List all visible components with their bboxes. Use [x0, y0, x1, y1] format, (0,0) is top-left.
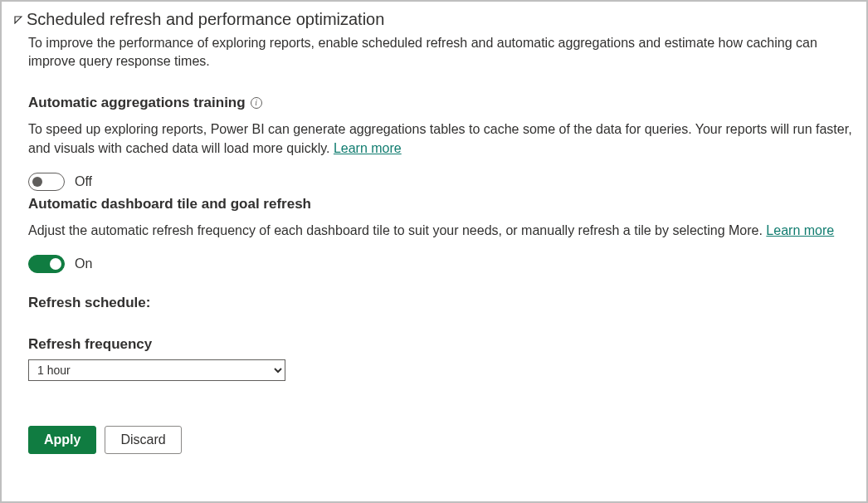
dashboard-refresh-heading: Automatic dashboard tile and goal refres…	[28, 196, 855, 212]
aggregations-toggle[interactable]	[28, 173, 65, 191]
refresh-frequency-select[interactable]: 1 hour	[28, 359, 285, 381]
info-icon[interactable]: i	[251, 97, 262, 109]
dashboard-refresh-learn-more-link[interactable]: Learn more	[766, 223, 834, 237]
section-title: Scheduled refresh and performance optimi…	[27, 10, 384, 29]
dashboard-refresh-description-text: Adjust the automatic refresh frequency o…	[28, 223, 766, 237]
aggregations-learn-more-link[interactable]: Learn more	[334, 141, 402, 155]
apply-button[interactable]: Apply	[28, 426, 96, 454]
discard-button[interactable]: Discard	[105, 426, 181, 454]
aggregations-description: To speed up exploring reports, Power BI …	[28, 120, 855, 158]
dashboard-refresh-description: Adjust the automatic refresh frequency o…	[28, 221, 855, 240]
refresh-frequency-label: Refresh frequency	[28, 336, 855, 353]
toggle-knob	[50, 258, 61, 270]
aggregations-description-text: To speed up exploring reports, Power BI …	[28, 122, 852, 155]
refresh-schedule-label: Refresh schedule:	[28, 295, 855, 311]
expand-collapse-icon[interactable]	[13, 15, 23, 25]
dashboard-refresh-toggle[interactable]	[28, 255, 65, 273]
aggregations-toggle-label: Off	[75, 174, 92, 189]
section-description: To improve the performance of exploring …	[28, 34, 855, 71]
aggregations-heading: Automatic aggregations training	[28, 95, 246, 111]
dashboard-refresh-toggle-label: On	[75, 256, 92, 271]
toggle-knob	[32, 177, 42, 187]
